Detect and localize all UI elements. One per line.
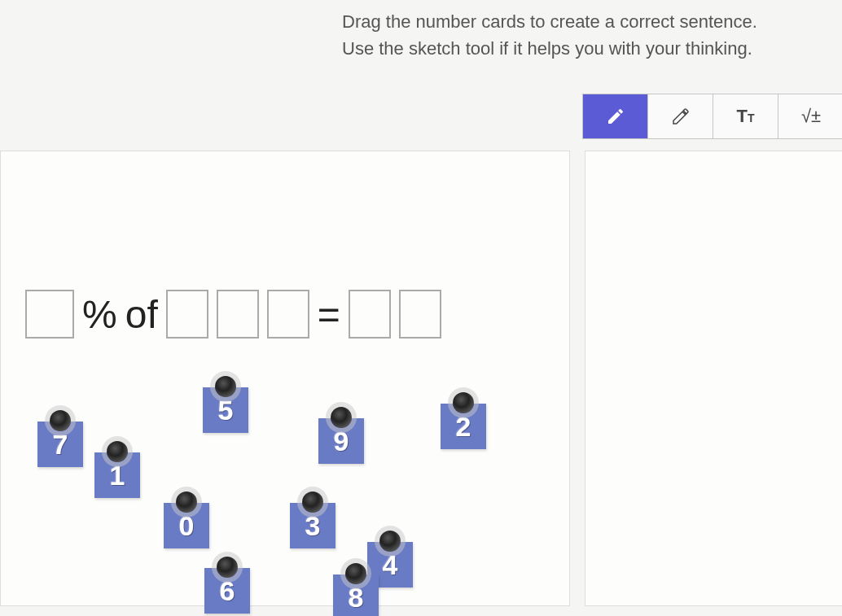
pencil-outline-button[interactable] xyxy=(648,94,713,138)
number-card-7[interactable]: 7 xyxy=(37,422,83,467)
number-card-2[interactable]: 2 xyxy=(441,404,486,449)
drop-slot-result-2[interactable] xyxy=(399,290,441,339)
number-card-1[interactable]: 1 xyxy=(94,452,140,498)
pin-icon xyxy=(107,441,128,462)
number-card-label: 2 xyxy=(456,411,471,443)
number-card-5[interactable]: 5 xyxy=(203,387,248,433)
drop-slot-num-3[interactable] xyxy=(267,290,309,339)
instruction-line-2: Use the sketch tool if it helps you with… xyxy=(342,35,826,62)
number-card-label: 1 xyxy=(110,460,125,491)
pin-icon xyxy=(176,491,197,513)
pin-icon xyxy=(331,407,352,428)
math-tool-icon: √± xyxy=(801,106,821,127)
pencil-filled-button[interactable] xyxy=(583,94,648,138)
toolbar: TT √± xyxy=(582,94,842,139)
number-card-label: 6 xyxy=(220,575,235,607)
text-tool-icon: TT xyxy=(736,106,754,127)
pin-icon xyxy=(302,491,323,513)
number-card-label: 5 xyxy=(218,395,234,426)
number-card-6[interactable]: 6 xyxy=(204,568,250,614)
of-label: of xyxy=(125,292,158,337)
pencil-outline-icon xyxy=(671,107,691,126)
math-tool-button[interactable]: √± xyxy=(778,94,842,138)
number-card-0[interactable]: 0 xyxy=(164,503,209,548)
pencil-filled-icon xyxy=(606,107,625,126)
pin-icon xyxy=(379,531,401,552)
number-card-label: 4 xyxy=(383,549,398,581)
number-card-label: 7 xyxy=(53,429,68,461)
instruction-line-1: Drag the number cards to create a correc… xyxy=(342,8,826,35)
pin-icon xyxy=(453,392,474,413)
number-card-9[interactable]: 9 xyxy=(318,418,364,464)
number-card-label: 9 xyxy=(334,426,349,457)
drop-slot-num-1[interactable] xyxy=(166,290,208,339)
drop-slot-result-1[interactable] xyxy=(349,290,391,339)
instructions: Drag the number cards to create a correc… xyxy=(342,8,826,62)
number-card-label: 0 xyxy=(179,510,195,542)
equals-sign: = xyxy=(318,292,340,337)
workspace-panel: % of = 7150932468 xyxy=(0,151,570,606)
number-card-8[interactable]: 8 xyxy=(333,574,379,616)
pin-icon xyxy=(217,557,238,578)
pin-icon xyxy=(345,563,366,584)
sentence-row: % of = xyxy=(25,290,441,339)
drop-slot-num-2[interactable] xyxy=(217,290,259,339)
pin-icon xyxy=(50,410,71,431)
percent-sign: % xyxy=(82,292,117,337)
number-card-3[interactable]: 3 xyxy=(290,503,335,548)
sketch-panel[interactable] xyxy=(585,151,842,606)
number-card-label: 8 xyxy=(349,582,364,614)
number-card-label: 3 xyxy=(305,510,321,542)
drop-slot-percent-value[interactable] xyxy=(25,290,74,339)
text-tool-button[interactable]: TT xyxy=(713,94,778,138)
pin-icon xyxy=(215,376,236,397)
